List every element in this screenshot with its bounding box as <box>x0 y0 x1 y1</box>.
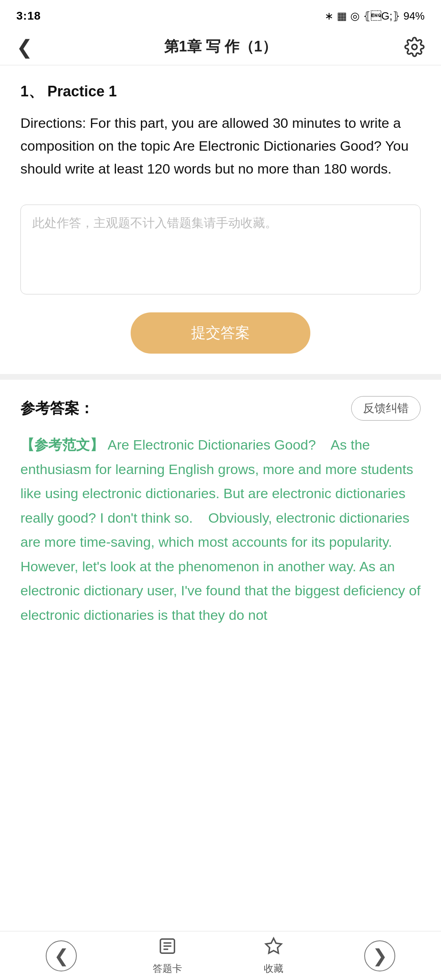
favorite-icon <box>264 937 283 960</box>
answer-box-wrapper <box>0 205 441 296</box>
favorite-label: 收藏 <box>264 962 283 975</box>
nav-prev-arrow[interactable]: ❮ <box>8 940 114 971</box>
svg-marker-5 <box>266 938 281 953</box>
section-divider <box>0 374 441 380</box>
prev-chevron: ❮ <box>54 945 69 966</box>
practice-title: 1、 Practice 1 <box>20 82 421 102</box>
bottom-spacer <box>0 644 441 697</box>
reference-section: 参考答案： 反馈纠错 【参考范文】 Are Electronic Diction… <box>0 380 441 644</box>
back-button[interactable]: ❮ <box>16 36 41 58</box>
prev-arrow-icon: ❮ <box>46 940 77 971</box>
next-chevron: ❯ <box>372 945 388 966</box>
main-content: 1、 Practice 1 Directions: For this part,… <box>0 65 441 205</box>
answer-card-label: 答题卡 <box>153 962 182 975</box>
gear-icon <box>404 37 425 57</box>
header: ❮ 第1章 写 作（1） <box>0 29 441 65</box>
wifi-icon: ◎ <box>350 10 360 22</box>
nav-favorite[interactable]: 收藏 <box>220 937 327 975</box>
reference-title: 参考答案： <box>20 399 94 419</box>
nav-next-arrow[interactable]: ❯ <box>327 940 433 971</box>
reference-tag: 【参考范文】 <box>20 437 104 452</box>
reference-header: 参考答案： 反馈纠错 <box>20 396 421 421</box>
feedback-button[interactable]: 反馈纠错 <box>351 396 421 421</box>
answer-card-icon <box>158 937 177 960</box>
directions-text: Directions: For this part, you are allow… <box>20 111 421 180</box>
submit-wrapper: 提交答案 <box>0 312 441 374</box>
reference-text: 【参考范文】 Are Electronic Dictionaries Good?… <box>20 433 421 627</box>
page-title: 第1章 写 作（1） <box>41 37 400 57</box>
reference-body: Are Electronic Dictionaries Good? As the… <box>20 437 421 623</box>
vibrate-icon: ▦ <box>337 10 347 22</box>
back-icon: ❮ <box>16 36 33 58</box>
settings-button[interactable] <box>400 37 425 57</box>
battery-level: 94% <box>403 10 425 22</box>
status-right: ∗ ▦ ◎ ⦃G;⦄ 94% <box>325 10 425 22</box>
bottom-nav: ❮ 答题卡 收藏 ❯ <box>0 931 441 980</box>
nav-answer-card[interactable]: 答题卡 <box>114 937 220 975</box>
submit-button[interactable]: 提交答案 <box>131 312 310 354</box>
svg-point-0 <box>412 44 417 49</box>
signal-icon: ⦃G;⦄ <box>363 10 400 22</box>
bluetooth-icon: ∗ <box>325 10 334 22</box>
answer-input[interactable] <box>20 205 421 294</box>
status-bar: 3:18 ∗ ▦ ◎ ⦃G;⦄ 94% <box>0 0 441 29</box>
status-time: 3:18 <box>16 9 41 22</box>
next-arrow-icon: ❯ <box>364 940 395 971</box>
